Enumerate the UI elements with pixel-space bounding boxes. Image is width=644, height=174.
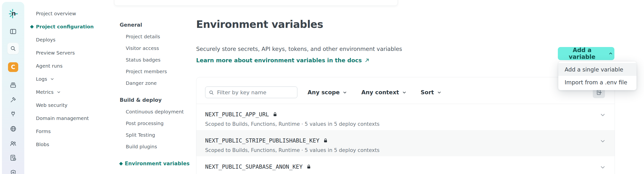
expand-row-chevron-icon[interactable] (600, 112, 606, 118)
lock-icon (323, 138, 328, 143)
menu-item-add-single-variable[interactable]: Add a single variable (558, 63, 636, 76)
subnav-danger-zone[interactable]: Danger zone (120, 77, 192, 89)
subnav-split-testing[interactable]: Split Testing (120, 129, 192, 141)
env-var-key: NEXT_PUBLIC_APP_URL (205, 111, 269, 118)
env-var-row: NEXT_PUBLIC_STRIPE_PUBLISHABLE_KEY Scope… (196, 130, 615, 156)
nav-project-overview[interactable]: Project overview (36, 7, 94, 20)
subnav-build-plugins[interactable]: Build plugins (120, 141, 192, 153)
sort-dropdown[interactable]: Sort (421, 89, 442, 95)
page-title: Environment variables (196, 18, 323, 30)
app-icon-rail: n C (2, 2, 24, 174)
lock-icon (306, 164, 312, 170)
nav-deploys[interactable]: Deploys (36, 33, 94, 46)
subnav-project-details[interactable]: Project details (120, 31, 192, 42)
config-sub-nav: General Project details Visitor access S… (120, 19, 192, 170)
page-description: Securely store secrets, API keys, tokens… (196, 46, 402, 52)
primary-nav: Project overview Project configuration D… (36, 7, 94, 151)
expand-row-chevron-icon[interactable] (600, 164, 606, 170)
docs-link[interactable]: Learn more about environment variables i… (196, 57, 370, 63)
nav-agent-runs[interactable]: Agent runs (36, 59, 94, 72)
menu-item-import-env-file[interactable]: Import from a .env file (558, 76, 636, 89)
extensions-plug-icon[interactable] (8, 108, 19, 120)
env-var-row: NEXT_PUBLIC_APP_URL Scoped to Builds, Fu… (196, 104, 615, 130)
subnav-visitor-access[interactable]: Visitor access (120, 42, 192, 54)
chevron-down-icon (50, 77, 54, 81)
chevron-up-icon (608, 51, 613, 56)
build-hammer-icon[interactable] (8, 94, 19, 105)
section-header-build-deploy: Build & deploy (120, 94, 192, 106)
nav-project-configuration[interactable]: Project configuration (36, 20, 94, 33)
add-variable-menu: Add a single variable Import from a .env… (558, 62, 636, 90)
active-diamond-icon (119, 162, 123, 166)
active-diamond-icon (30, 25, 34, 29)
team-users-icon[interactable] (8, 138, 19, 149)
subnav-post-processing[interactable]: Post processing (120, 118, 192, 129)
add-variable-button[interactable]: Add a variable (558, 47, 614, 60)
search-icon[interactable] (7, 43, 19, 54)
context-filter-dropdown[interactable]: Any context (361, 89, 406, 95)
nav-logs[interactable]: Logs (36, 72, 94, 86)
nav-metrics[interactable]: Metrics (36, 86, 94, 99)
env-vars-card: Any scope Any context Sort (196, 77, 615, 174)
chevron-down-icon (56, 90, 61, 94)
chevron-down-icon (342, 90, 347, 95)
env-var-meta: Scoped to Builds, Functions, Runtime · 5… (205, 147, 593, 153)
filter-key-input[interactable] (216, 87, 295, 98)
nav-blobs[interactable]: Blobs (36, 138, 94, 151)
deploys-stack-icon[interactable] (8, 79, 19, 91)
nav-web-security[interactable]: Web security (36, 99, 94, 112)
nav-forms[interactable]: Forms (36, 125, 94, 138)
subnav-status-badges[interactable]: Status badges (120, 54, 192, 66)
security-shield-plus-icon[interactable] (8, 167, 19, 174)
nav-preview-servers[interactable]: Preview Servers (36, 46, 94, 59)
search-icon (208, 90, 214, 95)
lock-icon (272, 112, 278, 117)
c-badge-letter: C (8, 62, 18, 72)
env-var-key: NEXT_PUBLIC_SUPABASE_ANON_KEY (205, 164, 303, 170)
netlify-logo-icon[interactable]: n (8, 8, 19, 19)
scope-filter-dropdown[interactable]: Any scope (308, 89, 347, 95)
env-var-key: NEXT_PUBLIC_STRIPE_PUBLISHABLE_KEY (205, 137, 320, 144)
subnav-project-members[interactable]: Project members (120, 66, 192, 77)
forms-doc-clock-icon[interactable] (8, 152, 19, 163)
filter-input-wrap (205, 87, 297, 98)
nav-domain-management[interactable]: Domain management (36, 112, 94, 125)
external-arrow-icon (364, 58, 370, 63)
top-search-bar-partial[interactable] (114, 0, 398, 6)
expand-row-chevron-icon[interactable] (600, 138, 606, 144)
env-var-list: NEXT_PUBLIC_APP_URL Scoped to Builds, Fu… (196, 104, 615, 174)
chevron-down-icon (437, 90, 442, 95)
subnav-environment-variables[interactable]: Environment variables (120, 158, 192, 170)
env-var-row: NEXT_PUBLIC_SUPABASE_ANON_KEY Scoped to … (196, 156, 615, 174)
subnav-continuous-deployment[interactable]: Continuous deployment (120, 106, 192, 118)
panels-icon[interactable] (8, 26, 19, 37)
chevron-down-icon (402, 90, 406, 95)
section-header-general: General (120, 19, 192, 31)
svg-text:n: n (12, 10, 16, 17)
environment-variables-page: n C (0, 0, 644, 174)
domains-globe-icon[interactable] (8, 123, 19, 134)
c-app-badge-icon[interactable]: C (8, 62, 19, 73)
filter-row: Any scope Any context Sort (196, 77, 615, 104)
env-var-meta: Scoped to Builds, Functions, Runtime · 5… (205, 121, 593, 127)
